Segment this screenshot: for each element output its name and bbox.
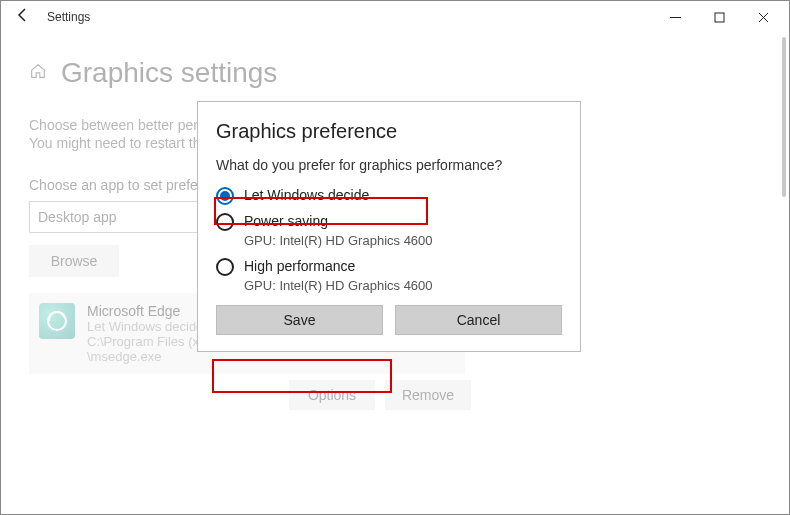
radio-sub-power-saving: GPU: Intel(R) HD Graphics 4600 [244, 233, 562, 248]
radio-high-performance[interactable]: High performance [216, 254, 562, 280]
radio-icon [216, 187, 234, 205]
back-button[interactable] [5, 7, 41, 27]
radio-power-saving[interactable]: Power saving [216, 209, 562, 235]
radio-sub-high-performance: GPU: Intel(R) HD Graphics 4600 [244, 278, 562, 293]
options-button[interactable]: Options [289, 380, 375, 410]
edge-icon [39, 303, 75, 339]
window-title: Settings [47, 10, 90, 24]
radio-label: Power saving [244, 213, 328, 229]
maximize-button[interactable] [697, 1, 741, 33]
remove-button[interactable]: Remove [385, 380, 471, 410]
svg-rect-1 [715, 13, 724, 22]
home-icon[interactable] [29, 62, 47, 84]
radio-icon [216, 213, 234, 231]
radio-icon [216, 258, 234, 276]
dialog-title: Graphics preference [216, 120, 562, 143]
page-title: Graphics settings [61, 57, 277, 89]
graphics-preference-dialog: Graphics preference What do you prefer f… [197, 101, 581, 352]
radio-label: High performance [244, 258, 355, 274]
vertical-scrollbar[interactable] [781, 37, 787, 507]
close-button[interactable] [741, 1, 785, 33]
radio-label: Let Windows decide [244, 187, 369, 203]
dropdown-value: Desktop app [38, 209, 117, 225]
dialog-question: What do you prefer for graphics performa… [216, 157, 562, 173]
scrollbar-thumb[interactable] [782, 37, 786, 197]
cancel-button[interactable]: Cancel [395, 305, 562, 335]
settings-window: Settings Graphics settings Choose betwee… [0, 0, 790, 515]
window-controls [653, 1, 785, 33]
save-button[interactable]: Save [216, 305, 383, 335]
titlebar: Settings [1, 1, 789, 33]
radio-group: Let Windows decide Power saving GPU: Int… [216, 183, 562, 293]
radio-let-windows-decide[interactable]: Let Windows decide [216, 183, 562, 209]
minimize-button[interactable] [653, 1, 697, 33]
browse-button[interactable]: Browse [29, 245, 119, 277]
